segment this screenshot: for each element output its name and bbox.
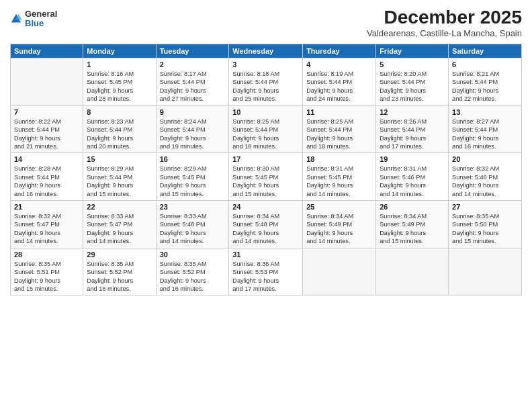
title-block: December 2025 Valdearenas, Castille-La M…: [367, 7, 522, 38]
calendar-cell: 31Sunrise: 8:36 AM Sunset: 5:53 PM Dayli…: [229, 248, 303, 295]
day-info: Sunrise: 8:25 AM Sunset: 5:44 PM Dayligh…: [306, 118, 372, 151]
calendar-table: SundayMondayTuesdayWednesdayThursdayFrid…: [10, 44, 522, 295]
calendar-cell: 24Sunrise: 8:34 AM Sunset: 5:48 PM Dayli…: [229, 201, 303, 248]
calendar-cell: 28Sunrise: 8:35 AM Sunset: 5:51 PM Dayli…: [11, 248, 83, 295]
calendar-cell: 10Sunrise: 8:25 AM Sunset: 5:44 PM Dayli…: [229, 105, 303, 153]
day-info: Sunrise: 8:29 AM Sunset: 5:45 PM Dayligh…: [160, 165, 226, 198]
logo-blue: Blue: [25, 19, 57, 28]
day-number: 27: [452, 203, 518, 211]
calendar-cell: 30Sunrise: 8:35 AM Sunset: 5:52 PM Dayli…: [156, 248, 229, 295]
header-row: SundayMondayTuesdayWednesdayThursdayFrid…: [11, 44, 522, 58]
day-number: 31: [232, 250, 299, 259]
day-number: 10: [232, 108, 299, 116]
calendar-cell: 1Sunrise: 8:16 AM Sunset: 5:45 PM Daylig…: [83, 58, 156, 106]
calendar-cell: 25Sunrise: 8:34 AM Sunset: 5:49 PM Dayli…: [303, 201, 376, 248]
day-info: Sunrise: 8:27 AM Sunset: 5:44 PM Dayligh…: [452, 118, 518, 151]
calendar-week-3: 14Sunrise: 8:28 AM Sunset: 5:44 PM Dayli…: [11, 153, 522, 201]
calendar-cell: 14Sunrise: 8:28 AM Sunset: 5:44 PM Dayli…: [11, 153, 83, 201]
day-number: 9: [160, 108, 226, 116]
day-info: Sunrise: 8:23 AM Sunset: 5:44 PM Dayligh…: [87, 118, 152, 151]
day-info: Sunrise: 8:35 AM Sunset: 5:52 PM Dayligh…: [160, 260, 226, 293]
calendar-cell: 8Sunrise: 8:23 AM Sunset: 5:44 PM Daylig…: [83, 105, 156, 153]
day-info: Sunrise: 8:25 AM Sunset: 5:44 PM Dayligh…: [232, 118, 299, 151]
day-number: 6: [452, 60, 518, 68]
calendar-cell: [11, 58, 83, 106]
calendar-cell: 7Sunrise: 8:22 AM Sunset: 5:44 PM Daylig…: [11, 105, 83, 153]
day-info: Sunrise: 8:35 AM Sunset: 5:52 PM Dayligh…: [87, 260, 152, 293]
calendar-cell: 9Sunrise: 8:24 AM Sunset: 5:44 PM Daylig…: [156, 105, 229, 153]
day-number: 20: [452, 155, 518, 163]
day-number: 29: [87, 250, 152, 259]
calendar-week-4: 21Sunrise: 8:32 AM Sunset: 5:47 PM Dayli…: [11, 201, 522, 248]
day-info: Sunrise: 8:32 AM Sunset: 5:46 PM Dayligh…: [452, 165, 518, 198]
calendar-cell: 18Sunrise: 8:31 AM Sunset: 5:45 PM Dayli…: [303, 153, 376, 201]
day-info: Sunrise: 8:30 AM Sunset: 5:45 PM Dayligh…: [232, 165, 299, 198]
header-cell-friday: Friday: [376, 44, 449, 58]
day-info: Sunrise: 8:35 AM Sunset: 5:51 PM Dayligh…: [14, 260, 79, 293]
day-number: 17: [232, 155, 299, 163]
header-cell-monday: Monday: [83, 44, 156, 58]
day-number: 12: [380, 108, 445, 116]
day-info: Sunrise: 8:26 AM Sunset: 5:44 PM Dayligh…: [380, 118, 445, 151]
header-cell-saturday: Saturday: [449, 44, 522, 58]
calendar-cell: 16Sunrise: 8:29 AM Sunset: 5:45 PM Dayli…: [156, 153, 229, 201]
day-info: Sunrise: 8:33 AM Sunset: 5:48 PM Dayligh…: [160, 212, 226, 246]
logo-icon: [10, 13, 22, 25]
calendar-cell: [303, 248, 376, 295]
calendar-week-1: 1Sunrise: 8:16 AM Sunset: 5:45 PM Daylig…: [11, 58, 522, 106]
day-info: Sunrise: 8:34 AM Sunset: 5:49 PM Dayligh…: [306, 212, 372, 246]
day-number: 23: [160, 203, 226, 211]
day-number: 21: [14, 203, 79, 211]
day-number: 3: [232, 60, 299, 68]
page: General Blue December 2025 Valdearenas, …: [0, 0, 532, 411]
calendar-cell: 15Sunrise: 8:29 AM Sunset: 5:44 PM Dayli…: [83, 153, 156, 201]
calendar-cell: [376, 248, 449, 295]
calendar-body: 1Sunrise: 8:16 AM Sunset: 5:45 PM Daylig…: [11, 58, 522, 295]
day-number: 16: [160, 155, 226, 163]
day-number: 19: [380, 155, 445, 163]
calendar-header: SundayMondayTuesdayWednesdayThursdayFrid…: [11, 44, 522, 58]
day-info: Sunrise: 8:18 AM Sunset: 5:44 PM Dayligh…: [232, 70, 299, 103]
day-number: 14: [14, 155, 79, 163]
logo-general: General: [25, 9, 57, 19]
day-number: 7: [14, 108, 79, 116]
day-info: Sunrise: 8:20 AM Sunset: 5:44 PM Dayligh…: [380, 70, 445, 103]
calendar-cell: 4Sunrise: 8:19 AM Sunset: 5:44 PM Daylig…: [303, 58, 376, 106]
day-info: Sunrise: 8:31 AM Sunset: 5:45 PM Dayligh…: [306, 165, 372, 198]
calendar-cell: 21Sunrise: 8:32 AM Sunset: 5:47 PM Dayli…: [11, 201, 83, 248]
day-info: Sunrise: 8:28 AM Sunset: 5:44 PM Dayligh…: [14, 165, 79, 198]
day-number: 24: [232, 203, 299, 211]
calendar-week-5: 28Sunrise: 8:35 AM Sunset: 5:51 PM Dayli…: [11, 248, 522, 295]
day-number: 1: [87, 60, 152, 68]
day-number: 13: [452, 108, 518, 116]
day-info: Sunrise: 8:17 AM Sunset: 5:44 PM Dayligh…: [160, 70, 226, 103]
calendar-cell: 22Sunrise: 8:33 AM Sunset: 5:47 PM Dayli…: [83, 201, 156, 248]
header: General Blue December 2025 Valdearenas, …: [10, 7, 522, 38]
day-number: 2: [160, 60, 226, 68]
day-info: Sunrise: 8:33 AM Sunset: 5:47 PM Dayligh…: [87, 212, 152, 246]
calendar-cell: [449, 248, 522, 295]
calendar-cell: 6Sunrise: 8:21 AM Sunset: 5:44 PM Daylig…: [449, 58, 522, 106]
calendar-week-2: 7Sunrise: 8:22 AM Sunset: 5:44 PM Daylig…: [11, 105, 522, 153]
logo: General Blue: [10, 9, 57, 29]
calendar-cell: 11Sunrise: 8:25 AM Sunset: 5:44 PM Dayli…: [303, 105, 376, 153]
calendar-cell: 5Sunrise: 8:20 AM Sunset: 5:44 PM Daylig…: [376, 58, 449, 106]
calendar-cell: 2Sunrise: 8:17 AM Sunset: 5:44 PM Daylig…: [156, 58, 229, 106]
header-cell-wednesday: Wednesday: [229, 44, 303, 58]
day-number: 5: [380, 60, 445, 68]
day-number: 8: [87, 108, 152, 116]
main-title: December 2025: [367, 7, 522, 28]
calendar-cell: 3Sunrise: 8:18 AM Sunset: 5:44 PM Daylig…: [229, 58, 303, 106]
day-number: 18: [306, 155, 372, 163]
day-number: 25: [306, 203, 372, 211]
day-number: 4: [306, 60, 372, 68]
day-info: Sunrise: 8:24 AM Sunset: 5:44 PM Dayligh…: [160, 118, 226, 151]
calendar-cell: 23Sunrise: 8:33 AM Sunset: 5:48 PM Dayli…: [156, 201, 229, 248]
day-info: Sunrise: 8:35 AM Sunset: 5:50 PM Dayligh…: [452, 212, 518, 246]
day-number: 22: [87, 203, 152, 211]
day-info: Sunrise: 8:36 AM Sunset: 5:53 PM Dayligh…: [232, 260, 299, 293]
header-cell-tuesday: Tuesday: [156, 44, 229, 58]
calendar-cell: 26Sunrise: 8:34 AM Sunset: 5:49 PM Dayli…: [376, 201, 449, 248]
calendar-cell: 29Sunrise: 8:35 AM Sunset: 5:52 PM Dayli…: [83, 248, 156, 295]
calendar-cell: 12Sunrise: 8:26 AM Sunset: 5:44 PM Dayli…: [376, 105, 449, 153]
